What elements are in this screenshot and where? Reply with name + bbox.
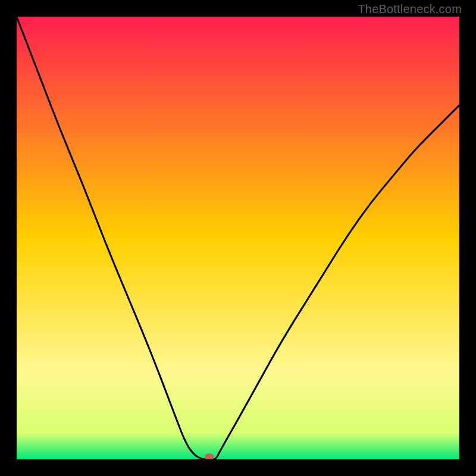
plot-area [17, 17, 459, 459]
chart-container: TheBottleneck.com [0, 0, 476, 476]
chart-svg [17, 17, 459, 459]
gradient-background [17, 17, 459, 459]
watermark-text: TheBottleneck.com [358, 2, 462, 16]
